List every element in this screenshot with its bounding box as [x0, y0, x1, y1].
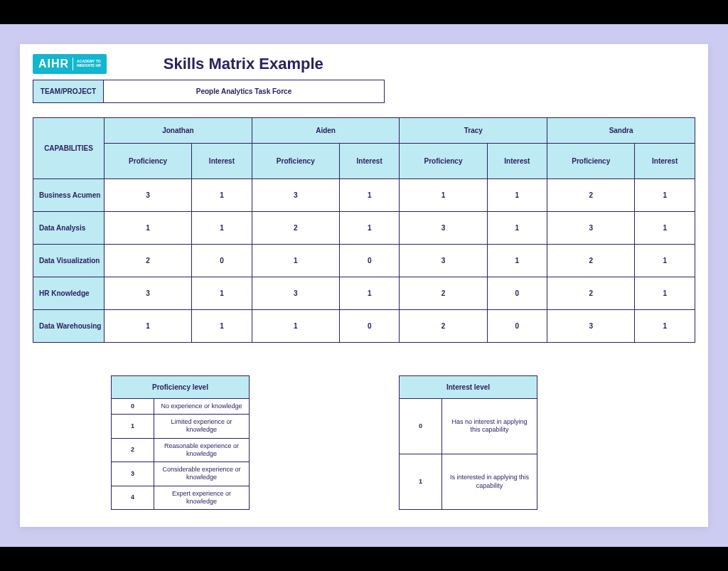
logo-sub-line2: INNOVATE HR: [77, 63, 101, 68]
legend-description: No experience or knowledge: [154, 398, 250, 414]
logo-sub: ACADEMY TO INNOVATE HR: [77, 60, 101, 68]
table-row: Data Analysis11213131: [33, 211, 695, 244]
capability-label: Business Acumen: [33, 178, 105, 211]
capabilities-header: CAPABILITIES: [33, 117, 105, 178]
interest-legend: Interest level 0Has no interest in apply…: [399, 375, 537, 510]
person-header-1: Aiden: [252, 117, 400, 143]
legend-row: 0Has no interest in applying this capabi…: [400, 398, 537, 454]
capability-label: Data Analysis: [33, 211, 105, 244]
matrix-cell: 3: [252, 277, 339, 309]
legend-description: Reasonable experience or knowledge: [154, 438, 250, 462]
matrix-cell: 2: [105, 244, 192, 277]
matrix-cell: 0: [339, 309, 400, 342]
legend-description: Expert experience or knowledge: [154, 486, 250, 510]
legend-level: 0: [112, 398, 154, 414]
matrix-cell: 3: [547, 309, 635, 342]
logo-separator: [73, 58, 73, 70]
logo-main: AIHR: [38, 58, 69, 70]
matrix-cell: 1: [192, 309, 252, 342]
legends-container: Proficiency level 0No experience or know…: [33, 375, 695, 510]
matrix-cell: 1: [192, 277, 252, 309]
int-legend-title: Interest level: [400, 375, 537, 398]
matrix-header-row-2: Proficiency Interest Proficiency Interes…: [33, 143, 695, 178]
matrix-cell: 3: [105, 277, 192, 309]
matrix-cell: 3: [400, 211, 487, 244]
matrix-cell: 0: [487, 277, 547, 309]
legend-level: 3: [112, 462, 154, 486]
team-project-bar: TEAM/PROJECT People Analytics Task Force: [33, 80, 695, 103]
prof-legend-title: Proficiency level: [112, 375, 250, 398]
legend-description: Limited experience or knowledge: [154, 415, 250, 439]
matrix-cell: 1: [487, 244, 547, 277]
matrix-cell: 3: [400, 244, 487, 277]
legend-description: Considerable experience or knowledge: [154, 462, 250, 486]
legend-level: 4: [112, 486, 154, 510]
matrix-cell: 1: [400, 178, 487, 211]
capability-label: Data Visualization: [33, 244, 105, 277]
matrix-cell: 3: [105, 178, 192, 211]
matrix-cell: 3: [252, 178, 339, 211]
legend-level: 1: [112, 415, 154, 439]
sub-header-prof-3: Proficiency: [547, 143, 635, 178]
person-header-3: Sandra: [547, 117, 695, 143]
matrix-cell: 1: [635, 277, 695, 309]
proficiency-legend: Proficiency level 0No experience or know…: [111, 375, 250, 510]
legend-row: 4Expert experience or knowledge: [112, 486, 250, 510]
matrix-cell: 1: [105, 309, 192, 342]
capability-label: HR Knowledge: [33, 277, 105, 309]
table-row: Data Warehousing11102031: [33, 309, 695, 342]
matrix-cell: 1: [487, 178, 547, 211]
matrix-cell: 2: [547, 244, 635, 277]
legend-description: Is interested in applying this capabilit…: [442, 454, 537, 510]
header-row: AIHR ACADEMY TO INNOVATE HR Skills Matri…: [33, 54, 695, 74]
legend-level: 2: [112, 438, 154, 462]
legend-row: 2Reasonable experience or knowledge: [112, 438, 250, 462]
matrix-cell: 1: [339, 211, 400, 244]
legend-row: 1Limited experience or knowledge: [112, 415, 250, 439]
legend-level: 0: [400, 398, 442, 454]
matrix-header-row-1: CAPABILITIES Jonathan Aiden Tracy Sandra: [33, 117, 695, 143]
skills-matrix-table: CAPABILITIES Jonathan Aiden Tracy Sandra…: [33, 117, 695, 343]
person-header-2: Tracy: [400, 117, 547, 143]
sub-header-prof-2: Proficiency: [400, 143, 487, 178]
matrix-cell: 1: [192, 211, 252, 244]
legend-level: 1: [400, 454, 442, 510]
matrix-cell: 3: [547, 211, 635, 244]
legend-row: 1Is interested in applying this capabili…: [400, 454, 537, 510]
sub-header-int-1: Interest: [339, 143, 400, 178]
sub-header-int-3: Interest: [635, 143, 695, 178]
legend-description: Has no interest in applying this capabil…: [442, 398, 537, 454]
legend-row: 0No experience or knowledge: [112, 398, 250, 414]
team-value: People Analytics Task Force: [104, 80, 385, 103]
matrix-cell: 2: [547, 277, 635, 309]
aihr-logo: AIHR ACADEMY TO INNOVATE HR: [33, 54, 107, 74]
matrix-cell: 1: [252, 244, 339, 277]
table-row: Data Visualization20103121: [33, 244, 695, 277]
matrix-cell: 1: [192, 178, 252, 211]
matrix-cell: 1: [339, 277, 400, 309]
sub-header-int-0: Interest: [192, 143, 252, 178]
matrix-cell: 2: [400, 309, 487, 342]
matrix-cell: 0: [192, 244, 252, 277]
matrix-cell: 2: [252, 211, 339, 244]
capability-label: Data Warehousing: [33, 309, 105, 342]
document-sheet: AIHR ACADEMY TO INNOVATE HR Skills Matri…: [20, 44, 708, 527]
matrix-cell: 0: [339, 244, 400, 277]
sub-header-prof-1: Proficiency: [252, 143, 339, 178]
sub-header-prof-0: Proficiency: [105, 143, 192, 178]
page-title: Skills Matrix Example: [164, 55, 323, 73]
matrix-cell: 1: [635, 309, 695, 342]
person-header-0: Jonathan: [105, 117, 252, 143]
table-row: Business Acumen31311121: [33, 178, 695, 211]
matrix-cell: 1: [339, 178, 400, 211]
matrix-cell: 1: [105, 211, 192, 244]
matrix-cell: 1: [252, 309, 339, 342]
legend-row: 3Considerable experience or knowledge: [112, 462, 250, 486]
matrix-cell: 2: [547, 178, 635, 211]
matrix-cell: 0: [487, 309, 547, 342]
page-background: AIHR ACADEMY TO INNOVATE HR Skills Matri…: [0, 24, 728, 547]
matrix-cell: 1: [635, 244, 695, 277]
matrix-cell: 1: [487, 211, 547, 244]
table-row: HR Knowledge31312021: [33, 277, 695, 309]
sub-header-int-2: Interest: [487, 143, 547, 178]
